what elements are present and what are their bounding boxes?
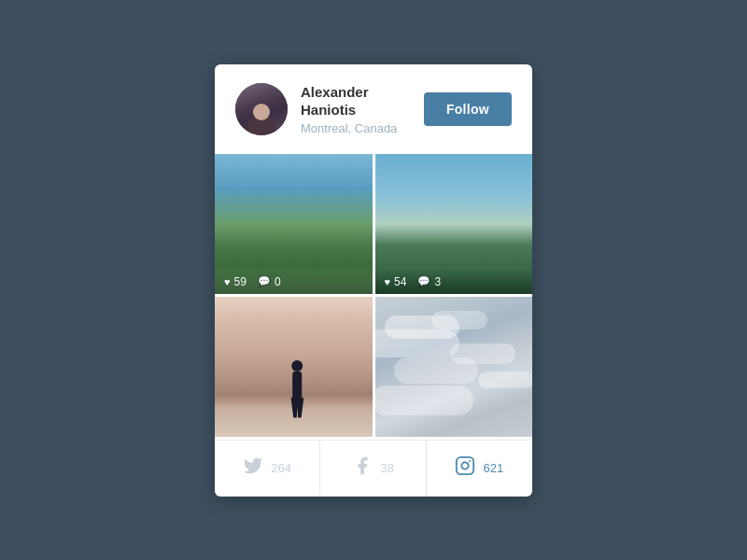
social-bar: 264 38 621 xyxy=(215,440,532,497)
comment-icon-2: 💬 xyxy=(417,275,430,287)
photo-3[interactable] xyxy=(215,297,373,437)
instagram-count: 621 xyxy=(483,461,503,475)
comment-icon-1: 💬 xyxy=(258,275,271,287)
profile-info: Alexander Haniotis Montreal, Canada xyxy=(301,83,411,135)
photo-4[interactable] xyxy=(375,297,533,437)
follow-button[interactable]: Follow xyxy=(424,92,512,126)
twitter-icon xyxy=(243,455,263,482)
instagram-icon xyxy=(455,455,475,482)
svg-rect-0 xyxy=(457,456,473,473)
facebook-social[interactable]: 38 xyxy=(320,441,426,497)
photo-1-likes: ♥ 59 xyxy=(224,275,247,288)
photo-1[interactable]: ♥ 59 💬 0 xyxy=(215,154,373,294)
photos-grid: ♥ 59 💬 0 ♥ 54 💬 3 xyxy=(215,154,532,440)
heart-icon-1: ♥ xyxy=(224,276,231,287)
photo-2-comments: 💬 3 xyxy=(417,275,441,288)
twitter-count: 264 xyxy=(271,461,291,475)
photo-2-likes: ♥ 54 xyxy=(385,275,407,288)
profile-name: Alexander Haniotis xyxy=(301,83,411,119)
heart-icon-2: ♥ xyxy=(385,276,391,287)
avatar xyxy=(235,83,288,135)
instagram-social[interactable]: 621 xyxy=(427,441,532,497)
photo-1-overlay: ♥ 59 💬 0 xyxy=(215,270,373,294)
twitter-social[interactable]: 264 xyxy=(215,441,320,497)
photo-2-overlay: ♥ 54 💬 3 xyxy=(375,270,533,294)
profile-location: Montreal, Canada xyxy=(301,121,411,135)
profile-section: Alexander Haniotis Montreal, Canada Foll… xyxy=(215,64,532,154)
photo-1-comments: 💬 0 xyxy=(258,275,281,288)
photo-2[interactable]: ♥ 54 💬 3 xyxy=(375,154,533,294)
facebook-icon xyxy=(352,455,373,482)
clouds xyxy=(375,297,533,437)
profile-card: Alexander Haniotis Montreal, Canada Foll… xyxy=(215,64,532,497)
silhouette xyxy=(290,360,303,418)
facebook-count: 38 xyxy=(380,461,393,475)
